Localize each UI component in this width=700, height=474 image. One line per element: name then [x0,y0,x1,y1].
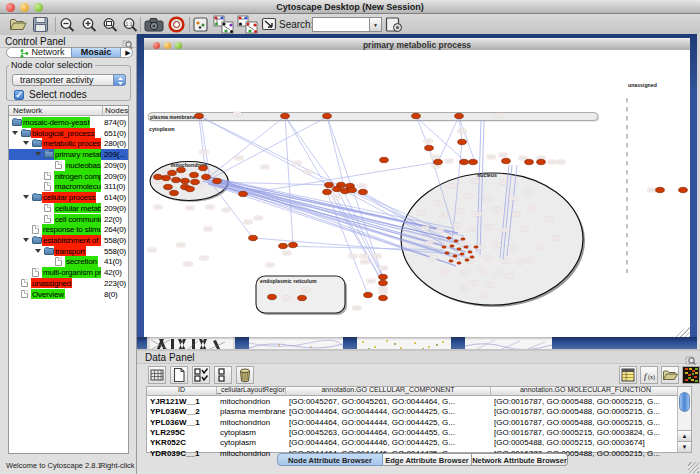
svg-text:plasma membrane: plasma membrane [150,114,196,120]
svg-text:(x): (x) [648,374,655,381]
svg-text:endoplasmic reticulum: endoplasmic reticulum [260,278,317,284]
svg-text:1:1: 1:1 [126,21,133,27]
svg-text:unassigned: unassigned [628,82,657,88]
svg-text:cytoplasm: cytoplasm [149,126,175,132]
svg-text:nucleus: nucleus [477,172,497,178]
